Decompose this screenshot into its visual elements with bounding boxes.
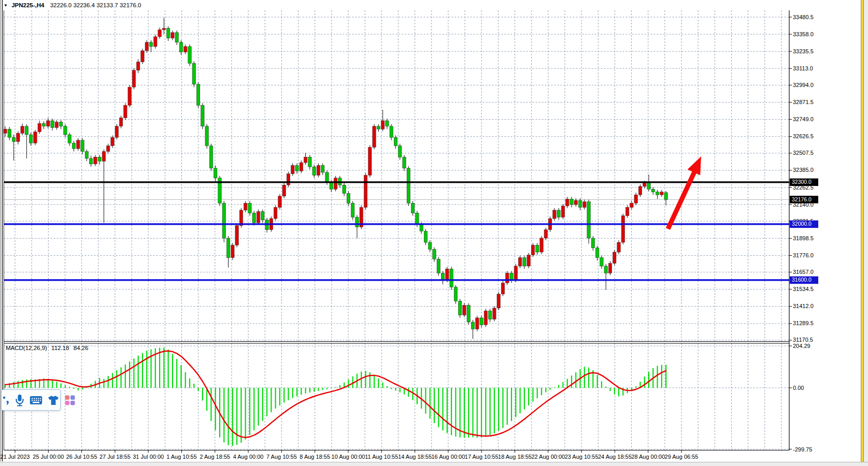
candle-body: [625, 208, 629, 216]
candle-body: [433, 250, 436, 259]
collapse-quotes-icon[interactable]: ▼: [4, 3, 8, 8]
candle-body: [196, 84, 200, 106]
time-axis-label: 29 Aug 06:55: [665, 454, 699, 460]
candle-body: [386, 121, 389, 126]
candle-body: [574, 200, 577, 205]
candle-body: [12, 137, 15, 141]
candle-body: [578, 200, 581, 208]
price-axis-label: 33113.0: [793, 65, 813, 71]
time-axis-label: 22 Aug 00:00: [531, 454, 565, 460]
candle-body: [561, 206, 564, 217]
candle-body: [523, 258, 526, 266]
pen-input-icon[interactable]: [3, 394, 10, 406]
price-badge-label: 31600.0: [792, 276, 812, 283]
candle-body: [471, 322, 474, 329]
candle-body: [317, 165, 320, 175]
price-axis-label: 32749.0: [793, 116, 814, 122]
candle-body: [325, 172, 329, 182]
candle-body: [34, 132, 37, 143]
candle-body: [416, 213, 419, 224]
candle-body: [282, 185, 286, 196]
candle-body: [141, 51, 144, 62]
price-axis-label: 31776.0: [793, 252, 814, 258]
candle-body: [188, 47, 191, 63]
candle-body: [278, 196, 281, 208]
trend-arrow-head[interactable]: [688, 156, 701, 176]
price-axis-label: 32626.5: [793, 133, 814, 139]
candle-body: [351, 203, 354, 217]
price-badge-label: 32300.0: [792, 179, 812, 185]
macd-name: MACD(12,26,9): [6, 345, 47, 351]
price-badge-label: 32000.0: [792, 221, 812, 227]
clothing-icon[interactable]: [47, 395, 60, 406]
candle-body: [149, 42, 152, 47]
macd-axis-label: 204.29: [793, 343, 810, 349]
candle-body: [429, 242, 432, 250]
touch-keyboard-icon[interactable]: [30, 396, 42, 405]
candle-body: [145, 42, 148, 51]
candle-body: [304, 157, 307, 163]
candle-body: [424, 231, 427, 242]
macd-indicator-label: MACD(12,26,9) 112.18 84.26: [6, 345, 91, 351]
candle-body: [463, 305, 466, 315]
price-axis-label: 31412.0: [793, 303, 814, 309]
candle-body: [381, 121, 384, 129]
time-axis-label: 11 Aug 10:55: [365, 454, 398, 460]
candle-body: [364, 175, 367, 207]
candle-body: [368, 147, 372, 175]
time-axis-label: 26 Jul 10:55: [66, 454, 97, 460]
candle-body: [102, 151, 105, 161]
candle-body: [209, 146, 212, 168]
candle-body: [47, 121, 50, 126]
microphone-icon[interactable]: [15, 394, 25, 407]
candle-body: [656, 192, 659, 195]
candle-body: [205, 126, 208, 146]
candle-body: [403, 157, 406, 168]
price-axis-label: 31898.5: [793, 235, 814, 241]
candle-body: [587, 202, 590, 238]
time-axis-label: 17 Aug 10:55: [465, 454, 499, 460]
candle-body: [98, 157, 101, 161]
candle-body: [450, 269, 453, 287]
time-axis-label: 28 Aug 00:00: [631, 454, 665, 460]
candle-body: [411, 203, 414, 213]
candle-body: [51, 121, 54, 128]
candle-body: [179, 42, 182, 52]
candle-body: [621, 216, 624, 242]
candle-body: [29, 135, 32, 143]
candle-body: [235, 226, 238, 245]
candle-body: [291, 165, 294, 173]
candle-body: [300, 163, 303, 171]
price-axis-label: 31170.5: [793, 337, 813, 343]
candle-body: [295, 165, 298, 171]
candle-body: [158, 30, 161, 37]
macd-current-value: 112.18: [51, 345, 69, 351]
candle-body: [660, 192, 663, 195]
macd-signal-line: [5, 351, 666, 438]
candle-body: [115, 126, 118, 138]
time-axis-label: 14 Aug 18:55: [398, 454, 432, 460]
candle-body: [407, 168, 410, 203]
candle-body: [441, 273, 444, 280]
candle-body: [252, 213, 255, 223]
candle-body: [557, 210, 560, 217]
candle-body: [373, 126, 376, 148]
candle-body: [72, 143, 75, 149]
time-axis-label: 2 Aug 18:55: [200, 454, 230, 460]
price-axis-label: 32871.5: [793, 99, 814, 105]
floating-input-toolbar: [1, 389, 61, 411]
candle-body: [651, 189, 654, 192]
bottom-gutter: [0, 462, 868, 466]
candle-body: [518, 258, 521, 266]
price-axis-label: 32994.0: [793, 82, 814, 88]
emoji-grid-icon[interactable]: [64, 395, 76, 406]
candle-body: [617, 242, 620, 252]
candle-body: [94, 157, 97, 164]
candle-body: [664, 193, 667, 200]
candle-body: [497, 294, 500, 308]
candle-body: [484, 311, 487, 325]
candle-body: [89, 158, 92, 164]
candle-body: [257, 212, 260, 223]
candle-body: [321, 165, 324, 172]
candle-body: [570, 199, 573, 205]
